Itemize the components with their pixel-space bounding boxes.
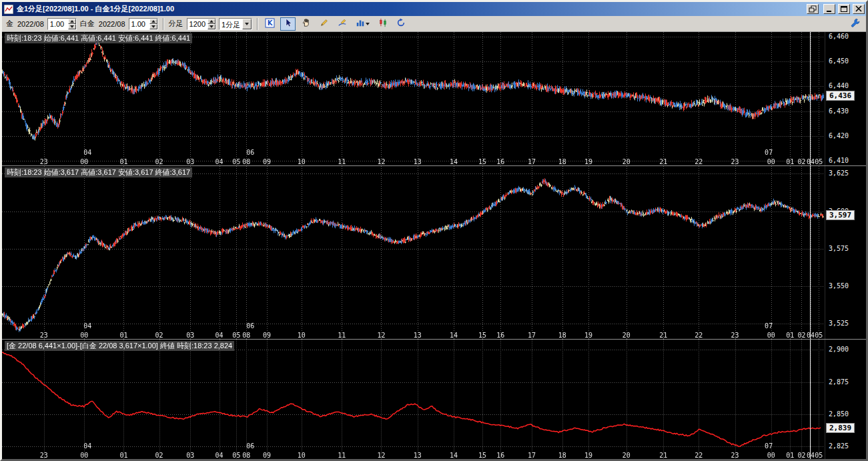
time-tick-label: 00	[767, 452, 775, 459]
toolbar-separator	[163, 18, 163, 30]
price-tick-label: 6,410	[829, 157, 849, 164]
bar-count-up-button[interactable]	[207, 19, 215, 24]
platinum-ohlc-info: 時刻:18:23 始値:3,617 高値:3,617 安値:3,617 終値:3…	[5, 167, 192, 177]
platinum-plot-area[interactable]: 時刻:18:23 始値:3,617 高値:3,617 安値:3,617 終値:3…	[2, 166, 825, 339]
time-tick-label: 04	[807, 158, 815, 165]
svg-text:K: K	[268, 19, 274, 27]
time-tick-label: 20	[622, 452, 630, 459]
time-tick-label: 20	[622, 158, 630, 165]
candlestick-button[interactable]	[375, 17, 390, 31]
window-title: 金1分足[2022/08]1.00 - 白金1分足[2022/08]1.00	[17, 4, 804, 14]
time-tick-label: 03	[186, 452, 194, 459]
gold-multiplier-up-button[interactable]	[68, 19, 76, 24]
time-tick-label: 11	[338, 332, 346, 339]
time-tick-label: 23	[731, 332, 739, 339]
time-tick-label: 02	[797, 158, 805, 165]
time-tick-label: 00	[80, 158, 88, 165]
bar-count-down-button[interactable]	[207, 24, 215, 29]
time-tick-label: 18	[558, 158, 566, 165]
time-tick-label: 20	[622, 332, 630, 339]
time-tick-label: 15	[478, 332, 486, 339]
gold-label: 金	[5, 19, 14, 29]
toolbar-separator	[257, 18, 258, 30]
time-tick-label: 02	[155, 332, 163, 339]
time-tick-label: 13	[414, 452, 422, 459]
time-tick-label: 16	[496, 452, 504, 459]
bar-count-spinner[interactable]: 1200	[187, 18, 216, 30]
platinum-chart-panel: 時刻:18:23 始値:3,617 高値:3,617 安値:3,617 終値:3…	[2, 165, 866, 339]
price-tick-label: 6,420	[829, 132, 849, 139]
time-tick-label: 00	[767, 158, 775, 165]
candlestick-icon	[378, 18, 388, 29]
time-tick-label: 04	[215, 452, 223, 459]
time-tick-label: 02	[797, 332, 805, 339]
time-tick-label: 05	[232, 452, 240, 459]
time-tick-label: 08	[242, 158, 250, 165]
platinum-price-axis: 3,597 3,6253,6003,5753,5503,525	[825, 166, 866, 339]
time-tick-label: 23	[40, 452, 48, 459]
time-tick-label: 23	[40, 158, 48, 165]
draw-line-icon	[338, 18, 347, 29]
maximize-button[interactable]	[838, 4, 850, 14]
popout-button[interactable]	[807, 4, 819, 14]
date-tick-label: 07	[765, 322, 773, 330]
time-tick-label: 09	[263, 332, 271, 339]
price-tick-label: 6,450	[829, 57, 849, 65]
cursor-button[interactable]	[280, 17, 296, 31]
time-tick-label: 22	[695, 158, 703, 165]
time-tick-label: 21	[659, 332, 667, 339]
date-tick-label: 04	[83, 149, 91, 156]
interval-combobox[interactable]: 1分足	[219, 18, 252, 30]
platinum-multiplier-spinner[interactable]: 1.00	[129, 18, 158, 30]
price-tick-label: 3,550	[829, 282, 849, 290]
toolbar: 金 2022/08 1.00 白金 2022/08 1.00 分足 1200	[2, 16, 866, 32]
bar-count-value: 1200	[187, 19, 207, 29]
time-tick-label: 04	[215, 158, 223, 165]
minimize-button[interactable]	[823, 4, 835, 14]
bar-chart-icon	[356, 18, 365, 29]
time-tick-label: 21	[659, 452, 667, 459]
hand-button[interactable]	[298, 17, 314, 31]
time-tick-label: 12	[377, 332, 385, 339]
spread-price-axis: 2,839 2,9002,8752,8502,825	[825, 340, 866, 459]
time-tick-label: 14	[450, 158, 458, 165]
cursor-icon	[284, 18, 293, 29]
platinum-multiplier-down-button[interactable]	[149, 24, 157, 29]
time-tick-label: 08	[242, 332, 250, 339]
app-window: 金1分足[2022/08]1.00 - 白金1分足[2022/08]1.00 金…	[0, 0, 868, 461]
gold-plot-area[interactable]: 時刻:18:23 始値:6,441 高値:6,441 安値:6,441 終値:6…	[2, 32, 825, 165]
settings-wrench-button[interactable]	[847, 17, 863, 31]
time-tick-label: 10	[298, 332, 306, 339]
bar-type-label: 分足	[168, 19, 184, 29]
gold-multiplier-down-button[interactable]	[68, 24, 76, 29]
wrench-icon	[851, 18, 860, 29]
price-tick-label: 6,460	[829, 33, 849, 40]
draw-line-button[interactable]	[334, 17, 350, 31]
bar-chart-button[interactable]	[352, 17, 372, 31]
pencil-button[interactable]	[316, 17, 332, 31]
close-button[interactable]	[853, 4, 865, 14]
time-tick-label: 04	[215, 332, 223, 339]
platinum-multiplier-up-button[interactable]	[149, 19, 157, 24]
chart-area: 時刻:18:23 始値:6,441 高値:6,441 安値:6,441 終値:6…	[2, 32, 866, 459]
interval-value: 1分足	[220, 19, 242, 29]
time-tick-label: 02	[155, 158, 163, 165]
interval-dropdown-button[interactable]	[242, 19, 252, 29]
time-tick-label: 23	[40, 332, 48, 339]
time-tick-label: 08	[242, 452, 250, 459]
time-tick-label: 19	[584, 452, 592, 459]
time-tick-label: 17	[528, 158, 536, 165]
price-tick-label: 3,575	[829, 245, 849, 252]
price-tick-label: 3,525	[829, 320, 849, 327]
spread-plot-area[interactable]: [金 22/08 6,441×1.00]-[白金 22/08 3,617×1.0…	[2, 340, 825, 459]
gold-multiplier-value: 1.00	[48, 19, 68, 29]
k-chart-button[interactable]: K	[262, 17, 278, 31]
price-tick-label: 2,850	[829, 410, 849, 418]
hand-icon	[302, 18, 311, 29]
price-tick-label: 3,625	[829, 169, 849, 177]
time-tick-label: 13	[414, 332, 422, 339]
title-bar[interactable]: 金1分足[2022/08]1.00 - 白金1分足[2022/08]1.00	[2, 2, 866, 16]
gold-multiplier-spinner[interactable]: 1.00	[47, 18, 77, 30]
time-tick-label: 01	[119, 332, 127, 339]
refresh-button[interactable]	[393, 17, 408, 31]
